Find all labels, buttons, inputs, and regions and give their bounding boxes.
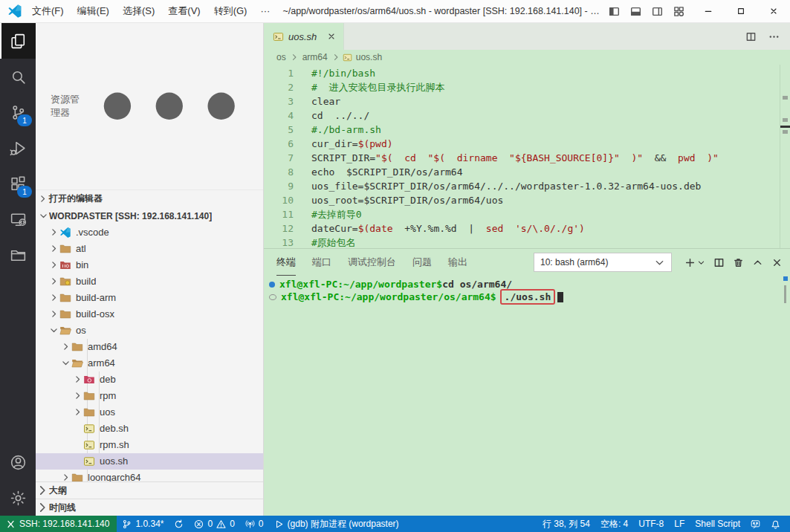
tab-uos-sh[interactable]: uos.sh <box>264 23 344 50</box>
encoding-status[interactable]: UTF-8 <box>633 516 669 532</box>
panel-tab-2[interactable]: 调试控制台 <box>348 249 396 276</box>
customize-layout-icon[interactable] <box>673 6 684 17</box>
folder-icon <box>59 292 71 304</box>
eol-status[interactable]: LF <box>669 516 690 532</box>
maximize-panel-icon[interactable] <box>752 257 763 268</box>
menu-item-5[interactable]: ··· <box>253 3 276 19</box>
language-mode-status[interactable]: Shell Script <box>690 516 745 532</box>
activity-source-control[interactable]: 1 <box>0 94 36 130</box>
panel-tab-4[interactable]: 输出 <box>448 249 467 276</box>
tree-item-rpm[interactable]: rpm <box>36 388 263 404</box>
new-terminal-icon[interactable] <box>684 257 696 268</box>
remote-indicator[interactable]: SSH: 192.168.141.140 <box>0 516 117 532</box>
menu-item-3[interactable]: 查看(V) <box>161 3 207 19</box>
tree-item-arm64[interactable]: arm64 <box>36 355 263 372</box>
menu-bar: 文件(F)编辑(E)选择(S)查看(V)转到(G)··· <box>25 3 276 19</box>
indentation-status[interactable]: 空格: 4 <box>595 516 633 532</box>
code-editor[interactable]: 1#!/bin/bash2# 进入安装包目录执行此脚本3clear4cd ../… <box>264 65 790 248</box>
toggle-secondary-sidebar-icon[interactable] <box>652 6 663 17</box>
notifications-status[interactable] <box>765 516 786 532</box>
tree-item-atl[interactable]: atl <box>36 241 263 257</box>
panel-tab-1[interactable]: 端口 <box>312 249 331 276</box>
tree-item-label: loongarch64 <box>88 472 141 481</box>
code-line: 11#去掉前导0 <box>264 207 790 221</box>
tree-item-deb[interactable]: deb <box>36 372 263 388</box>
tree-item--vscode[interactable]: .vscode <box>36 224 263 241</box>
terminal[interactable]: xfl@xfl-PC:~/app/wordpaster$ cd os/arm64… <box>264 276 790 516</box>
menu-item-0[interactable]: 文件(F) <box>25 3 71 19</box>
activity-folder-view[interactable] <box>0 237 36 273</box>
breadcrumb-item-0[interactable]: os <box>275 52 288 62</box>
activity-remote-explorer[interactable] <box>0 201 36 237</box>
code-token: cd ../../ <box>311 110 369 121</box>
feedback-status[interactable] <box>745 516 765 532</box>
code-text: #原始包名 <box>294 236 356 248</box>
menu-item-1[interactable]: 编辑(E) <box>71 3 116 19</box>
debug-status[interactable]: (gdb) 附加进程 (wordpaster) <box>269 516 404 532</box>
tree-item-amd64[interactable]: amd64 <box>36 339 263 355</box>
toggle-sidebar-icon[interactable] <box>609 6 620 17</box>
open-editors-section[interactable]: 打开的编辑器 <box>36 189 263 208</box>
close-button[interactable] <box>757 0 790 22</box>
tree-item-os[interactable]: os <box>36 322 263 339</box>
sync-status[interactable] <box>169 516 189 532</box>
tree-item-build-osx[interactable]: build-osx <box>36 306 263 322</box>
tree-item-rpm-sh[interactable]: rpm.sh <box>36 437 263 453</box>
project-root-row[interactable]: WORDPASTER [SSH: 192.168.141.140] <box>36 208 263 224</box>
chevron-down-icon <box>48 325 59 335</box>
code-token: #去掉前导0 <box>311 209 362 220</box>
terminal-session-dropdown[interactable]: 10: bash (arm64) <box>534 253 672 272</box>
tree-item-loongarch64[interactable]: loongarch64 <box>36 470 263 481</box>
tree-item-uos[interactable]: uos <box>36 404 263 421</box>
chevron-down-icon <box>37 211 49 221</box>
activity-extensions[interactable]: 1 <box>0 166 36 201</box>
split-terminal-icon[interactable] <box>713 257 725 268</box>
code-token: $(date <box>358 223 393 234</box>
folder-bin-icon <box>59 259 71 271</box>
line-number: 7 <box>264 151 294 165</box>
activity-run-debug[interactable] <box>0 130 36 166</box>
activity-accounts[interactable] <box>0 444 36 480</box>
command-decoration-hollow[interactable] <box>269 294 276 300</box>
activity-settings[interactable] <box>0 480 36 516</box>
code-line: 10uos_root=$SCRIPT_DIR/os/arm64/uos <box>264 193 790 207</box>
cursor-position-status[interactable]: 行 38, 列 54 <box>537 516 595 532</box>
tree-item-label: build-arm <box>76 292 116 303</box>
activity-search[interactable] <box>0 59 36 94</box>
git-branch-status[interactable]: 1.0.34* <box>117 516 169 532</box>
outline-section[interactable]: 大纲 <box>36 481 263 499</box>
folder-icon <box>71 472 83 481</box>
chevron-down-icon <box>654 257 665 268</box>
command-decoration-filled[interactable] <box>269 282 275 288</box>
timeline-section[interactable]: 时间线 <box>36 499 263 516</box>
tree-item-uos-sh[interactable]: uos.sh <box>36 453 263 470</box>
forwarded-ports-status[interactable]: 0 <box>240 516 269 532</box>
toggle-panel-icon[interactable] <box>630 6 641 17</box>
tree-item-build-arm[interactable]: build-arm <box>36 290 263 306</box>
breadcrumb-item-2[interactable]: uos.sh <box>354 52 383 62</box>
tab-close-icon[interactable] <box>327 32 336 41</box>
overview-ruler[interactable] <box>780 65 790 248</box>
menu-item-2[interactable]: 选择(S) <box>116 3 161 19</box>
tree-item-deb-sh[interactable]: deb.sh <box>36 421 263 437</box>
code-line: 1#!/bin/bash <box>264 66 790 80</box>
panel-tab-0[interactable]: 终端 <box>276 249 296 276</box>
minimize-button[interactable] <box>692 0 725 22</box>
shell-icon <box>83 439 95 451</box>
tree-item-bin[interactable]: bin <box>36 257 263 273</box>
activity-explorer[interactable] <box>0 23 36 59</box>
breadcrumb: osarm64uos.sh <box>264 50 790 65</box>
close-panel-icon[interactable] <box>771 257 783 268</box>
panel-tab-3[interactable]: 问题 <box>412 249 432 276</box>
folder-icon <box>59 243 71 255</box>
problems-status[interactable]: 0 0 <box>189 516 239 532</box>
breadcrumb-item-1[interactable]: arm64 <box>301 52 329 62</box>
kill-terminal-icon[interactable] <box>733 257 744 268</box>
editor-more-actions-icon[interactable] <box>768 31 780 42</box>
explorer-more-actions-icon[interactable] <box>86 23 253 189</box>
split-editor-icon[interactable] <box>745 31 757 42</box>
terminal-profile-chevron-icon[interactable] <box>697 259 705 267</box>
maximize-button[interactable] <box>725 0 757 22</box>
menu-item-4[interactable]: 转到(G) <box>207 3 254 19</box>
tree-item-build[interactable]: build <box>36 273 263 290</box>
